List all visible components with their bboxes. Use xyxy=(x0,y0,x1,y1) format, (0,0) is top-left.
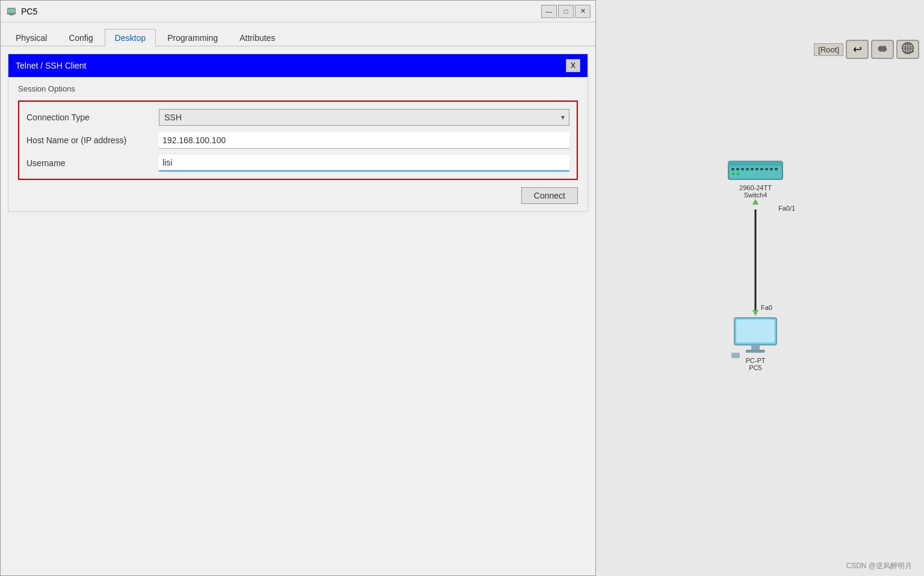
svg-point-29 xyxy=(732,173,734,175)
svg-point-30 xyxy=(737,173,739,175)
cloud-icon: + xyxy=(876,42,889,57)
session-options-label: Session Options xyxy=(18,84,578,93)
switch-device: 2960-24TT Switch4 xyxy=(728,161,783,199)
tab-config[interactable]: Config xyxy=(58,29,103,46)
hostname-label: Host Name or (IP address) xyxy=(26,135,159,145)
svg-text:PC5: PC5 xyxy=(749,364,761,371)
svg-rect-26 xyxy=(765,168,768,170)
svg-text:Switch4: Switch4 xyxy=(744,191,767,199)
title-bar: PC5 — □ ✕ xyxy=(1,1,595,22)
username-input[interactable] xyxy=(159,155,569,172)
svg-rect-3 xyxy=(8,8,15,13)
network-icon: + xyxy=(901,42,914,57)
telnet-close-button[interactable]: X xyxy=(566,59,580,72)
username-control xyxy=(159,155,569,172)
back-icon: ↩ xyxy=(853,43,862,56)
connection-type-control: SSH Telnet ▾ xyxy=(159,109,569,126)
tab-physical[interactable]: Physical xyxy=(5,29,57,46)
connection-type-row: Connection Type SSH Telnet ▾ xyxy=(26,109,569,126)
svg-rect-20 xyxy=(736,168,739,170)
svg-rect-22 xyxy=(746,168,749,170)
svg-rect-25 xyxy=(760,168,763,170)
username-label: Username xyxy=(26,158,159,168)
nav-network-button[interactable]: + xyxy=(896,40,919,59)
telnet-title: Telnet / SSH Client xyxy=(16,61,87,70)
hostname-input[interactable] xyxy=(159,132,569,149)
desktop-content: Telnet / SSH Client X Session Options Co… xyxy=(1,46,595,575)
intf-fa01-label: Fa0/1 xyxy=(778,205,795,212)
svg-text:+: + xyxy=(881,49,884,55)
network-diagram: 2960-24TT Switch4 Fa0/1 Fa0 PC-PT PC5 xyxy=(626,60,903,482)
hostname-row: Host Name or (IP address) xyxy=(26,132,569,149)
tab-bar: Physical Config Desktop Programming Attr… xyxy=(1,22,595,46)
arrow-up xyxy=(752,199,758,205)
session-form: Connection Type SSH Telnet ▾ xyxy=(18,101,578,180)
svg-rect-1 xyxy=(9,14,13,15)
telnet-body: Session Options Connection Type SSH Teln… xyxy=(8,77,588,211)
root-label: [Root] xyxy=(814,43,843,56)
connect-button[interactable]: Connect xyxy=(521,187,578,204)
pc-device: PC-PT PC5 xyxy=(731,318,777,371)
nav-back-button[interactable]: ↩ xyxy=(846,40,869,59)
maximize-button[interactable]: □ xyxy=(558,5,574,18)
right-panel: [Root] ↩ + xyxy=(596,0,924,576)
svg-rect-28 xyxy=(775,168,778,170)
svg-rect-27 xyxy=(770,168,773,170)
connection-type-select-wrapper: SSH Telnet ▾ xyxy=(159,109,569,126)
svg-text:+: + xyxy=(911,49,914,55)
pc5-window: PC5 — □ ✕ Physical Config Desktop Progra… xyxy=(0,0,596,576)
arrow-down xyxy=(752,310,758,316)
watermark: CSDN @逆风醉明月 xyxy=(846,561,912,571)
minimize-button[interactable]: — xyxy=(541,5,557,18)
intf-fa0-label: Fa0 xyxy=(761,304,772,311)
telnet-header: Telnet / SSH Client X xyxy=(8,54,588,77)
svg-rect-35 xyxy=(751,345,760,350)
title-bar-controls: — □ ✕ xyxy=(541,5,591,18)
svg-text:PC-PT: PC-PT xyxy=(746,357,766,364)
connection-type-label: Connection Type xyxy=(26,113,159,122)
tab-desktop[interactable]: Desktop xyxy=(105,29,156,46)
svg-text:2960-24TT: 2960-24TT xyxy=(739,184,772,191)
svg-rect-19 xyxy=(731,168,734,170)
right-topbar: [Root] ↩ + xyxy=(809,36,924,63)
tab-programming[interactable]: Programming xyxy=(157,29,228,46)
svg-rect-36 xyxy=(746,350,765,353)
svg-rect-23 xyxy=(751,168,754,170)
svg-rect-21 xyxy=(741,168,744,170)
window-title: PC5 xyxy=(21,7,541,16)
close-button[interactable]: ✕ xyxy=(575,5,591,18)
connection-type-select[interactable]: SSH Telnet xyxy=(159,109,569,126)
nav-cloud-button[interactable]: + xyxy=(871,40,894,59)
hostname-control xyxy=(159,132,569,149)
svg-rect-24 xyxy=(755,168,758,170)
svg-rect-34 xyxy=(736,320,775,342)
tab-attributes[interactable]: Attributes xyxy=(229,29,285,46)
telnet-panel: Telnet / SSH Client X Session Options Co… xyxy=(8,54,588,212)
username-row: Username xyxy=(26,155,569,172)
window-icon xyxy=(5,5,17,17)
connect-row: Connect xyxy=(18,187,578,204)
svg-rect-18 xyxy=(728,161,783,166)
svg-rect-37 xyxy=(731,353,740,358)
